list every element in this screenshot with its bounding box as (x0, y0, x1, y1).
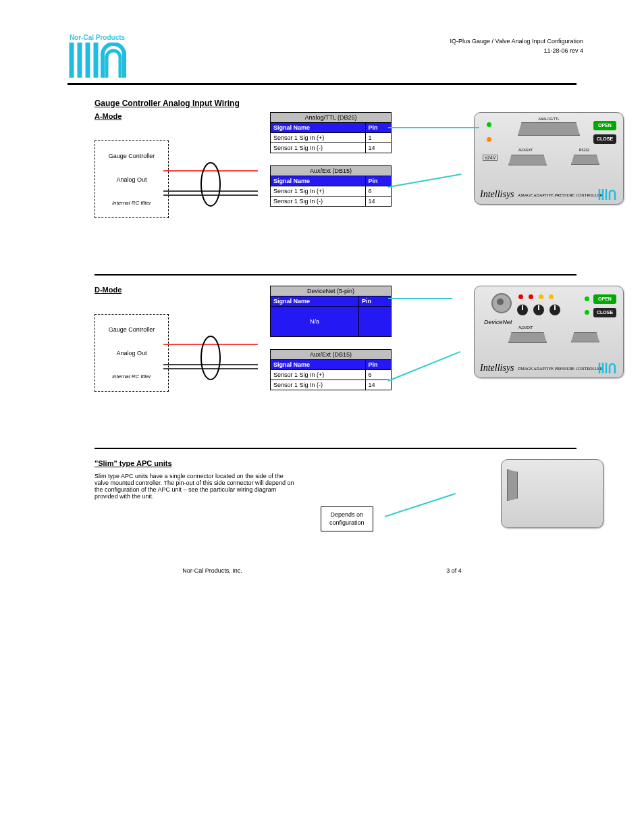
doc-title: IQ-Plus Gauge / Valve Analog Input Confi… (450, 37, 583, 47)
col-header: Pin (365, 360, 391, 370)
a-mode-block: A-Mode Gauge Controller Analog Out inter… (95, 112, 576, 267)
box-label-2: Analog Out (98, 176, 165, 183)
table-row: Sensor 1 Sig In (-)14 (271, 143, 392, 153)
col-header: Signal Name (271, 176, 366, 186)
wire-diagram-d (163, 331, 265, 412)
box-label-1: Gauge Controller (98, 326, 165, 333)
svg-point-14 (201, 336, 220, 380)
a-mode-aux-table: Aux/Ext (DB15) Signal NamePin Sensor 1 S… (270, 165, 392, 207)
svg-point-7 (201, 163, 220, 206)
col-header: Signal Name (271, 360, 366, 370)
apc-device-a: ANALOG/TTL AUX/EXT RS232 OPEN CLOSE ±24V… (474, 112, 624, 205)
table-row: Sensor 1 Sig In (-)14 (271, 380, 392, 390)
box-label-3: internal RC filter (98, 373, 165, 380)
table-caption: Analog/TTL (DB25) (270, 112, 392, 122)
table-row: N/a (271, 307, 392, 337)
d-mode-block: D-Mode Gauge Controller Analog Out inter… (95, 286, 576, 441)
a-mode-analog-table: Analog/TTL (DB25) Signal NamePin Sensor … (270, 112, 392, 153)
led-icon (539, 294, 543, 299)
doc-revision: 11-28-06 rev 4 (450, 47, 583, 56)
side-connector-icon (507, 469, 518, 501)
section-divider (95, 448, 576, 449)
table-caption: Aux/Ext (DB15) (270, 349, 392, 359)
note-line-2: configuration (329, 519, 365, 527)
led-icon (529, 294, 533, 299)
gauge-controller-box: Gauge Controller Analog Out internal RC … (95, 314, 169, 392)
apc-device-d: DeviceNet AUX/EXT OPEN CLOSE Intellisys … (474, 286, 624, 378)
wire-diagram-a (163, 157, 265, 238)
footer-company: Nor-Cal Products, Inc. (182, 567, 242, 574)
page-title-block: IQ-Plus Gauge / Valve Analog Input Confi… (450, 37, 583, 55)
table-caption: Aux/Ext (DB15) (270, 165, 392, 176)
section-divider (95, 274, 576, 276)
port-label: RS232 (579, 148, 589, 152)
d-mode-aux-table: Aux/Ext (DB15) Signal NamePin Sensor 1 S… (270, 349, 392, 390)
footer-page-number: 3 of 4 (446, 567, 462, 574)
d-mode-devicenet-table: DeviceNet (5-pin) Signal NamePin N/a (270, 286, 392, 337)
nc-logo-icon (68, 43, 127, 78)
slim-body-text: Slim type APC units have a single connec… (95, 473, 297, 500)
port-label: AUX/EXT (518, 148, 533, 152)
db9-connector-icon (571, 155, 599, 165)
led-icon (549, 294, 554, 299)
led-icon (518, 294, 523, 299)
device-model: AMAGE ADAPTIVE PRESSURE CONTROLLER (518, 193, 603, 197)
rotary-switch-icon (549, 304, 561, 316)
leader-line (385, 493, 456, 517)
header-divider (68, 83, 576, 85)
note-box: Depends on configuration (321, 506, 373, 531)
col-header: Pin (365, 123, 391, 133)
db25-connector-icon (518, 122, 580, 136)
rotary-switch-icon (533, 304, 545, 316)
page-footer: Nor-Cal Products, Inc. 3 of 4 (0, 567, 644, 574)
table-row: Sensor 1 Sig In (+)6 (271, 370, 392, 380)
col-header: Signal Name (271, 296, 359, 307)
device-brand: Intellisys DMAGE ADAPTIVE PRESSURE CONTR… (480, 363, 603, 373)
box-label-1: Gauge Controller (98, 153, 165, 159)
devicenet-label: DeviceNet (484, 319, 512, 325)
d-mode-title: D-Mode (95, 286, 270, 294)
leader-line (388, 127, 479, 128)
led-icon (585, 296, 589, 301)
slim-apc-device (501, 459, 603, 528)
port-label: ANALOG/TTL (538, 117, 559, 121)
leader-line (388, 174, 462, 188)
nc-small-logo-icon (597, 188, 618, 200)
gauge-controller-box: Gauge Controller Analog Out internal RC … (95, 140, 169, 218)
company-logo: Nor-Cal Products (68, 34, 127, 78)
led-icon (585, 310, 589, 315)
open-button-graphic: OPEN (593, 121, 616, 130)
circular-connector-icon (491, 293, 512, 313)
leader-line (388, 298, 452, 299)
device-model: DMAGE ADAPTIVE PRESSURE CONTROLLER (518, 367, 603, 371)
open-button-graphic: OPEN (593, 294, 616, 304)
col-header: Pin (365, 176, 391, 186)
box-label-3: internal RC filter (98, 200, 165, 206)
logo-text: Nor-Cal Products (70, 34, 125, 41)
nc-small-logo-icon (597, 361, 618, 373)
table-row: Sensor 1 Sig In (+)6 (271, 186, 392, 197)
a-mode-title: A-Mode (95, 112, 270, 120)
rotary-switch-icon (516, 304, 529, 316)
port-label: AUX/EXT (518, 325, 533, 330)
table-row: Sensor 1 Sig In (+)1 (271, 133, 392, 143)
close-button-graphic: CLOSE (593, 308, 616, 317)
leader-line (388, 351, 460, 382)
close-button-graphic: CLOSE (593, 134, 616, 144)
col-header: Signal Name (271, 123, 366, 133)
db15-connector-icon (508, 155, 547, 165)
note-line-1: Depends on (329, 511, 365, 519)
db9-connector-icon (571, 332, 599, 342)
box-label-2: Analog Out (98, 350, 165, 357)
slim-section: "Slim" type APC units Slim type APC unit… (95, 459, 576, 554)
table-row: Sensor 1 Sig In (-)14 (271, 197, 392, 207)
device-brand: Intellisys AMAGE ADAPTIVE PRESSURE CONTR… (480, 189, 603, 200)
section-title: Gauge Controller Analog Input Wiring (95, 99, 576, 108)
col-header: Pin (359, 296, 392, 307)
db15-connector-icon (508, 332, 547, 343)
led-icon (487, 122, 491, 127)
led-icon (487, 137, 491, 142)
table-caption: DeviceNet (5-pin) (270, 286, 392, 296)
